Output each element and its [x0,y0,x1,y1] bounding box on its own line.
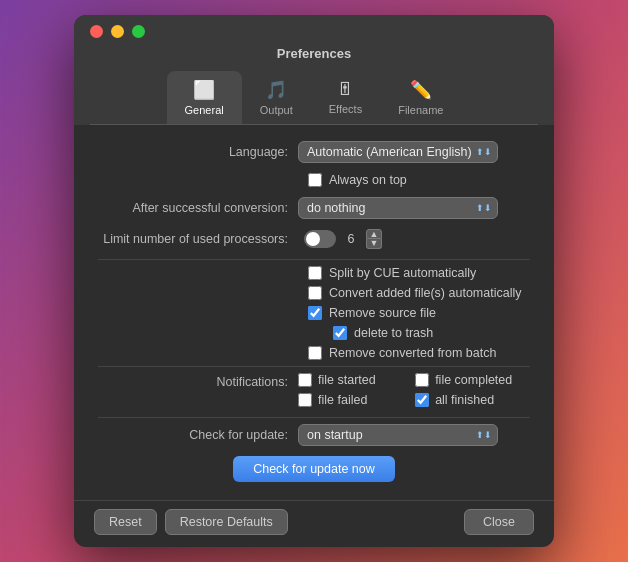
after-conversion-select[interactable]: do nothing open folder quit application [298,197,498,219]
tab-filename-label: Filename [398,104,443,116]
delete-to-trash-checkbox[interactable] [333,326,347,340]
tab-general-label: General [185,104,224,116]
notif-all-finished-checkbox[interactable] [415,393,429,407]
remove-converted-label: Remove converted from batch [329,346,496,360]
notif-file-completed-label: file completed [435,373,512,387]
toolbar: ⬜ General 🎵 Output 🎚 Effects ✏️ Filename [90,71,538,125]
processors-decrement[interactable]: ▼ [366,239,382,249]
language-row: Language: Automatic (American English) E… [98,141,530,163]
filename-icon: ✏️ [410,79,432,101]
maximize-window-button[interactable] [132,25,145,38]
always-on-top-row: Always on top [308,173,530,187]
footer: Reset Restore Defaults Close [74,500,554,547]
notif-file-failed: file failed [298,393,395,407]
processors-label: Limit number of used processors: [98,232,298,246]
check-update-select[interactable]: on startup daily weekly never [298,424,498,446]
delete-to-trash-row: delete to trash [333,326,530,340]
after-conversion-row: After successful conversion: do nothing … [98,197,530,219]
divider-1 [98,259,530,260]
tab-output-label: Output [260,104,293,116]
footer-left: Reset Restore Defaults [94,509,288,535]
effects-icon: 🎚 [336,79,354,100]
after-conversion-label: After successful conversion: [98,201,298,215]
language-select[interactable]: Automatic (American English) English Fre… [298,141,498,163]
minimize-window-button[interactable] [111,25,124,38]
tab-effects[interactable]: 🎚 Effects [311,71,380,124]
notif-all-finished: all finished [415,393,512,407]
convert-added-row: Convert added file(s) automatically [308,286,530,300]
notifications-label: Notifications: [98,373,298,389]
check-update-label: Check for update: [98,428,298,442]
restore-defaults-button[interactable]: Restore Defaults [165,509,288,535]
tab-general[interactable]: ⬜ General [167,71,242,124]
always-on-top-checkbox[interactable] [308,173,322,187]
general-icon: ⬜ [193,79,215,101]
convert-added-label: Convert added file(s) automatically [329,286,521,300]
processors-value: 6 [342,232,360,246]
after-conversion-select-wrapper: do nothing open folder quit application [298,197,498,219]
reset-button[interactable]: Reset [94,509,157,535]
processors-row: Limit number of used processors: 6 ▲ ▼ [98,229,530,249]
convert-added-checkbox[interactable] [308,286,322,300]
remove-source-row: Remove source file [308,306,530,320]
tab-output[interactable]: 🎵 Output [242,71,311,124]
split-by-cue-label: Split by CUE automatically [329,266,476,280]
notif-file-completed: file completed [415,373,512,387]
remove-converted-checkbox[interactable] [308,346,322,360]
close-button[interactable]: Close [464,509,534,535]
window-title: Preferences [277,46,351,61]
preferences-content: Language: Automatic (American English) E… [74,125,554,500]
check-update-row: Check for update: on startup daily weekl… [98,424,530,446]
split-by-cue-checkbox[interactable] [308,266,322,280]
tab-filename[interactable]: ✏️ Filename [380,71,461,124]
window-controls [90,25,145,38]
split-by-cue-row: Split by CUE automatically [308,266,530,280]
remove-source-checkbox[interactable] [308,306,322,320]
language-select-wrapper: Automatic (American English) English Fre… [298,141,498,163]
tab-effects-label: Effects [329,103,362,115]
output-icon: 🎵 [265,79,287,101]
titlebar: Preferences ⬜ General 🎵 Output 🎚 Effects… [74,15,554,125]
notif-file-started-checkbox[interactable] [298,373,312,387]
check-update-btn-row: Check for update now [98,456,530,482]
check-update-now-button[interactable]: Check for update now [233,456,395,482]
language-label: Language: [98,145,298,159]
notifications-section: Notifications: file started file complet… [98,373,530,407]
notifications-grid: file started file completed file failed … [298,373,512,407]
delete-to-trash-label: delete to trash [354,326,433,340]
processors-stepper: ▲ ▼ [366,229,382,249]
check-update-select-wrapper: on startup daily weekly never [298,424,498,446]
remove-converted-row: Remove converted from batch [308,346,530,360]
divider-2 [98,366,530,367]
preferences-window: Preferences ⬜ General 🎵 Output 🎚 Effects… [74,15,554,547]
processors-toggle[interactable] [304,230,336,248]
notif-file-started: file started [298,373,395,387]
remove-source-label: Remove source file [329,306,436,320]
close-window-button[interactable] [90,25,103,38]
notif-file-failed-label: file failed [318,393,367,407]
always-on-top-label: Always on top [329,173,407,187]
notif-file-started-label: file started [318,373,376,387]
notif-file-failed-checkbox[interactable] [298,393,312,407]
notif-file-completed-checkbox[interactable] [415,373,429,387]
notif-all-finished-label: all finished [435,393,494,407]
divider-3 [98,417,530,418]
